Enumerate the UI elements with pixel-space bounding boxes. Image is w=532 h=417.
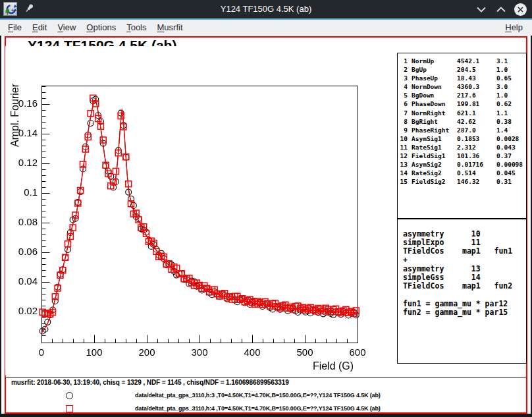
param-error: 0.0028 bbox=[496, 134, 526, 143]
param-error: 0.045 bbox=[496, 169, 526, 177]
titlebar[interactable]: ++ Y124 TF150G 4.5K (ab) bbox=[0, 0, 532, 18]
param-error: 1.0 bbox=[496, 65, 526, 74]
param-value: 287.0 bbox=[457, 126, 496, 134]
param-value: 18.43 bbox=[457, 74, 496, 82]
param-error: 1.1 bbox=[496, 109, 526, 117]
param-name: NormRight bbox=[412, 109, 457, 117]
param-row: 15FieldSig2146.320.31 bbox=[398, 177, 526, 186]
minimize-button[interactable] bbox=[475, 3, 488, 16]
param-row: 7NormRight621.11.1 bbox=[398, 109, 526, 117]
param-row: 14RateSig20.5140.045 bbox=[398, 169, 526, 177]
param-name: AsymSig1 bbox=[412, 134, 457, 143]
param-number: 3 bbox=[398, 74, 408, 82]
param-row: 2BgUp204.51.0 bbox=[398, 65, 526, 74]
param-name: PhaseDown bbox=[412, 99, 457, 108]
param-number: 10 bbox=[398, 134, 408, 143]
info-pad-divider bbox=[5, 377, 526, 377]
param-error: 1.0 bbox=[496, 91, 526, 99]
param-row: 5BgDown217.61.0 bbox=[398, 91, 526, 99]
menubar: File Edit View Options Tools Musrfit Hel… bbox=[0, 20, 532, 36]
param-value: 199.81 bbox=[457, 99, 496, 108]
param-error: 0.38 bbox=[496, 117, 526, 126]
param-number: 12 bbox=[398, 152, 408, 160]
param-error: 3.0 bbox=[496, 82, 526, 91]
param-number: 14 bbox=[398, 169, 408, 177]
window-edge bbox=[0, 414, 532, 417]
param-row: 3PhaseUp18.430.65 bbox=[398, 74, 526, 82]
theory-text: asymmetry 10 simplExpo 11 TFieldCos map1… bbox=[403, 230, 526, 317]
param-name: BgRight bbox=[412, 117, 457, 126]
param-value: 0.514 bbox=[457, 169, 496, 177]
param-value: 217.6 bbox=[457, 91, 496, 99]
param-error: 0.31 bbox=[496, 177, 526, 186]
param-value: 0.1853 bbox=[457, 134, 496, 143]
param-row: 12FieldSig1101.360.37 bbox=[398, 152, 526, 160]
close-button[interactable] bbox=[514, 3, 527, 16]
param-name: FieldSig1 bbox=[412, 152, 457, 160]
param-number: 7 bbox=[398, 109, 408, 117]
param-name: NormDown bbox=[412, 82, 457, 91]
param-name: BgDown bbox=[412, 91, 457, 99]
theory-panel[interactable]: asymmetry 10 simplExpo 11 TFieldCos map1… bbox=[397, 219, 527, 364]
window-controls bbox=[475, 0, 527, 18]
param-number: 11 bbox=[398, 143, 408, 152]
window-edge bbox=[0, 36, 1, 417]
legend-circle-marker-icon bbox=[66, 392, 73, 399]
param-value: 42.62 bbox=[457, 117, 496, 126]
fit-parameters-rows: 1NormUp4542.13.12BgUp204.51.03PhaseUp18.… bbox=[398, 53, 526, 186]
fit-parameters-panel[interactable]: 1NormUp4542.13.12BgUp204.51.03PhaseUp18.… bbox=[397, 53, 527, 219]
param-value: 2.312 bbox=[457, 143, 496, 152]
fourier-plot-canvas[interactable] bbox=[5, 46, 394, 375]
param-value: 621.1 bbox=[457, 109, 496, 117]
menu-item-help[interactable]: Help bbox=[500, 20, 528, 36]
menu-item-tools[interactable]: Tools bbox=[121, 20, 151, 36]
param-value: 204.5 bbox=[457, 65, 496, 74]
legend-item[interactable]: data/deltat_pta_gps_3110,h:4 ,T0=4.50K,T… bbox=[0, 404, 520, 414]
param-value: 4360.3 bbox=[457, 82, 496, 91]
param-number: 5 bbox=[398, 91, 408, 99]
menu-item-musrfit[interactable]: Musrfit bbox=[152, 20, 188, 36]
param-name: PhaseRight bbox=[412, 126, 457, 134]
param-row: 11RateSig12.3120.043 bbox=[398, 143, 526, 152]
application-window: ++ Y124 TF150G 4.5K (ab) bbox=[0, 0, 532, 417]
param-error: 0.65 bbox=[496, 74, 526, 82]
param-name: RateSig2 bbox=[412, 169, 457, 177]
close-icon bbox=[517, 6, 524, 13]
param-error: 1.4 bbox=[496, 126, 526, 134]
param-name: RateSig1 bbox=[412, 143, 457, 152]
param-name: AsymSig2 bbox=[412, 160, 457, 169]
param-number: 6 bbox=[398, 99, 408, 108]
param-error: 0.00098 bbox=[496, 160, 526, 169]
param-name: FieldSig2 bbox=[412, 177, 457, 186]
menu-item-options[interactable]: Options bbox=[81, 20, 121, 36]
menu-item-file[interactable]: File bbox=[3, 20, 27, 36]
param-number: 9 bbox=[398, 126, 408, 134]
root-canvas-area: Y124 TF150G 4.5K (ab) 1NormUp4542.13.12B… bbox=[0, 36, 532, 417]
fit-statistics-text: musrfit: 2018-06-30, 13:19:40, chisq = 1… bbox=[11, 379, 289, 386]
legend-label: data/deltat_pta_gps_3110,h:4 ,T0=4.50K,T… bbox=[135, 405, 381, 412]
menu-item-edit[interactable]: Edit bbox=[27, 20, 52, 36]
param-row: 4NormDown4360.33.0 bbox=[398, 82, 526, 91]
param-row: 9PhaseRight287.01.4 bbox=[398, 126, 526, 134]
param-number: 13 bbox=[398, 160, 408, 169]
menu-item-view[interactable]: View bbox=[52, 20, 81, 36]
param-row: 10AsymSig10.18530.0028 bbox=[398, 134, 526, 143]
legend-label: data/deltat_pta_gps_3110,h:3 ,T0=4.50K,T… bbox=[135, 392, 381, 399]
param-error: 3.1 bbox=[496, 57, 526, 65]
param-name: NormUp bbox=[412, 57, 457, 65]
param-value: 4542.1 bbox=[457, 57, 496, 65]
param-number: 15 bbox=[398, 177, 408, 186]
param-row: 8BgRight42.620.38 bbox=[398, 117, 526, 126]
param-number: 2 bbox=[398, 65, 408, 74]
param-value: 0.01716 bbox=[457, 160, 496, 169]
param-number: 8 bbox=[398, 117, 408, 126]
chevron-down-icon bbox=[477, 7, 486, 13]
param-value: 146.32 bbox=[457, 177, 496, 186]
param-name: PhaseUp bbox=[412, 74, 457, 82]
param-row: 13AsymSig20.017160.00098 bbox=[398, 160, 526, 169]
maximize-button[interactable] bbox=[494, 3, 508, 16]
param-row: 6PhaseDown199.810.62 bbox=[398, 99, 526, 108]
legend-item[interactable]: data/deltat_pta_gps_3110,h:3 ,T0=4.50K,T… bbox=[0, 391, 520, 401]
window-title: Y124 TF150G 4.5K (ab) bbox=[0, 0, 532, 18]
param-row: 1NormUp4542.13.1 bbox=[398, 57, 526, 65]
